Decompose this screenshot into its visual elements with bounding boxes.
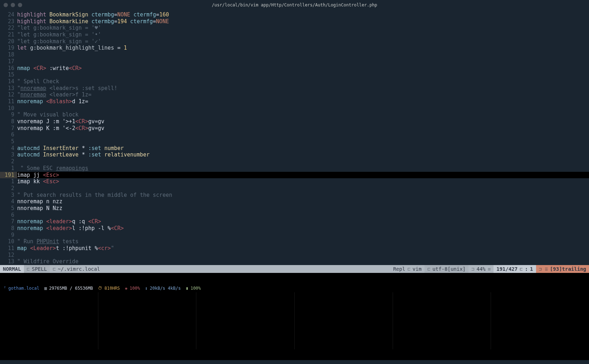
scroll-percent: 44%: [476, 265, 485, 273]
line-number: 10: [0, 105, 17, 112]
network-icon: ↕: [145, 286, 148, 291]
filetype: vim: [413, 265, 422, 273]
memory-icon: ▦: [44, 286, 47, 291]
line-number: 16: [0, 65, 17, 72]
line-number: 9: [0, 232, 17, 239]
line-number: 5: [0, 205, 17, 212]
window-title: /usr/local/bin/vim app/Http/Controllers/…: [212, 3, 377, 8]
code-line: 13"nnoremap <leader>s :set spell!: [0, 85, 589, 92]
minimize-window-icon[interactable]: [11, 3, 15, 7]
separator-icon: ⊏: [53, 265, 55, 273]
line-number: 6: [0, 212, 17, 219]
memory-usage: 29765MB / 65536MB: [49, 286, 93, 291]
line-position: 191/427: [496, 265, 517, 273]
line-number: 22: [0, 25, 17, 31]
code-line: 17: [0, 58, 589, 65]
code-line: 21"let g:bookmark_sign = '•': [0, 31, 589, 38]
terminal-pane[interactable]: [0, 292, 98, 349]
traffic-lights: [4, 3, 22, 7]
battery-percent: 100%: [191, 286, 201, 291]
line-number: 3: [0, 151, 17, 158]
code-line: 5nnoremap N Nzz: [0, 205, 589, 212]
line-number: 18: [0, 51, 17, 58]
line-number: 4: [0, 145, 17, 152]
code-line: 22"let g:bookmark_sign = '♥': [0, 25, 589, 31]
close-window-icon[interactable]: [4, 3, 8, 7]
terminal-pane[interactable]: [393, 292, 491, 349]
code-line: 2: [0, 158, 589, 165]
line-number: 17: [0, 58, 17, 65]
zoom-window-icon[interactable]: [18, 3, 22, 7]
line-number: 8: [0, 118, 17, 125]
code-line: 1 " Some ESC remappings: [0, 165, 589, 172]
code-line: 10" Run PHPUnit tests: [0, 238, 589, 245]
code-line: 12"nnoremap <leader>f 1z=: [0, 91, 589, 98]
line-number: 9: [0, 111, 17, 118]
line-number: 12: [0, 91, 17, 98]
spell-indicator: SPELL: [32, 265, 47, 273]
uptime: 810HRS: [104, 286, 120, 291]
line-number: 6: [0, 131, 17, 138]
line-number: 5: [0, 138, 17, 145]
code-line: 15: [0, 71, 589, 78]
code-line: 4autocmd InsertEnter * :set number: [0, 145, 589, 152]
code-line: 7vnoremap K :m '<-2<CR>gv=gv: [0, 125, 589, 132]
terminal-pane[interactable]: [491, 292, 589, 349]
line-number: 24: [0, 11, 17, 18]
trailing-warning: [93]trailing: [550, 265, 586, 273]
line-number: 19: [0, 45, 17, 51]
separator-icon: ⊏: [27, 265, 30, 273]
code-line: 20"let g:bookmark_sign = '✓': [0, 38, 589, 45]
code-line: 6: [0, 131, 589, 138]
tmux-statusbar: ᵀgotham.local ▦29765MB / 65536MB ⏱810HRS…: [0, 273, 589, 360]
editor-viewport[interactable]: 24 highlight BookmarkSign ctermbg=NONE c…: [0, 10, 589, 265]
code-line: 18: [0, 51, 589, 58]
line-number: 7: [0, 125, 17, 132]
file-path: ~/.vimrc.local: [58, 265, 100, 273]
line-number: 13: [0, 85, 17, 92]
hostname: gotham.local: [8, 286, 39, 291]
terminal-pane[interactable]: [295, 292, 393, 349]
code-line: 12: [0, 252, 589, 259]
repl-label: Repl: [393, 265, 405, 273]
code-line: 11map <Leader>t :!phpunit %<cr>": [0, 245, 589, 252]
encoding: utf-8[unix]: [432, 265, 466, 273]
host-icon: ᵀ: [4, 286, 6, 291]
line-number: 2: [0, 158, 17, 165]
cpu-percent: 100%: [130, 286, 140, 291]
code-line: 8vnoremap J :m '>+1<CR>gv=gv: [0, 118, 589, 125]
code-line: 23 highlight BookmarkLine ctermbg=194 ct…: [0, 18, 589, 25]
line-number: 11: [0, 98, 17, 105]
code-line: 5: [0, 138, 589, 145]
code-line: 6: [0, 212, 589, 219]
battery-icon: ▮: [186, 286, 188, 291]
code-line: 13" Wildfire Override: [0, 258, 589, 265]
line-number: 8: [0, 225, 17, 232]
terminal-panes[interactable]: [0, 292, 589, 360]
window-titlebar: /usr/local/bin/vim app/Http/Controllers/…: [0, 0, 589, 10]
line-number: 191: [0, 172, 17, 179]
code-line: 9" Move visual block: [0, 111, 589, 118]
uptime-icon: ⏱: [98, 286, 102, 291]
network-speed: 20kB/s 4kB/s: [150, 286, 181, 291]
column-position: 1: [530, 265, 533, 273]
line-number: 3: [0, 192, 17, 199]
line-number: 12: [0, 252, 17, 259]
line-number: 10: [0, 238, 17, 245]
line-number: 13: [0, 258, 17, 265]
code-line-current: 191imap jj <Esc>: [0, 172, 589, 179]
line-number: 14: [0, 78, 17, 85]
code-line: 7nnoremap <leader>q :q <CR>: [0, 218, 589, 225]
code-line: 1imap kk <Esc>: [0, 178, 589, 185]
terminal-pane[interactable]: [98, 292, 197, 349]
line-number: 11: [0, 245, 17, 252]
code-line: 24 highlight BookmarkSign ctermbg=NONE c…: [0, 11, 589, 18]
line-number: 15: [0, 71, 17, 78]
code-line: 2: [0, 185, 589, 192]
terminal-pane[interactable]: [196, 292, 295, 349]
line-number: 20: [0, 38, 17, 45]
cpu-icon: ❋: [125, 286, 127, 291]
vim-statusline: NORMAL ⊏SPELL ⊏~/.vimrc.local Repl ⊏ vim…: [0, 265, 589, 273]
code-line: 14" Spell Check: [0, 78, 589, 85]
code-line: 16nmap <CR> :write<CR>: [0, 65, 589, 72]
